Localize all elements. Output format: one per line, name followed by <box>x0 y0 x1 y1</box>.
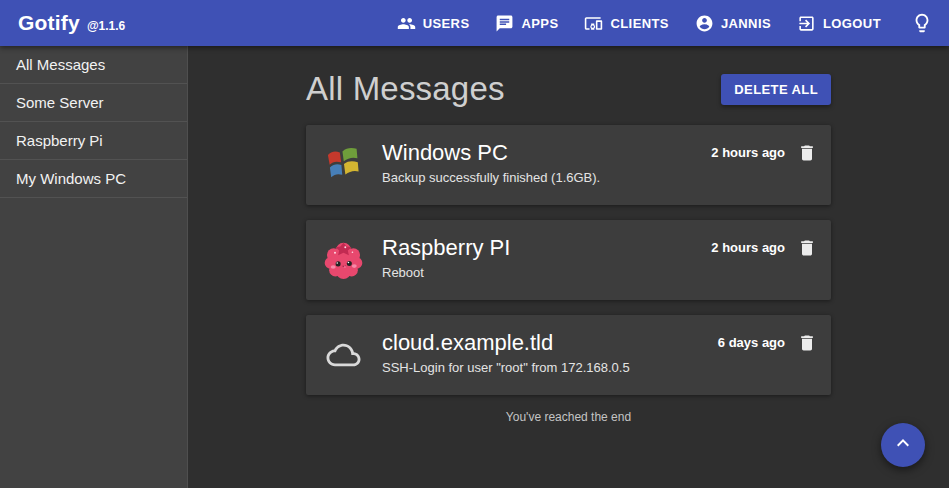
message-text: Windows PC Backup successfully finished … <box>382 139 711 186</box>
nav-apps[interactable]: APPS <box>495 14 558 33</box>
sidebar-item-my-windows-pc[interactable]: My Windows PC <box>0 160 187 198</box>
brand-name: Gotify <box>18 11 80 35</box>
message-card-windows-pc: Windows PC Backup successfully finished … <box>306 125 831 205</box>
message-text: cloud.example.tld SSH-Login for user "ro… <box>382 329 718 376</box>
main-content: All Messages DELETE ALL Windows PC Backu… <box>188 46 949 488</box>
nav-logout-label: LOGOUT <box>823 16 881 31</box>
message-meta: 2 hours ago <box>711 143 817 163</box>
page-title: All Messages <box>306 70 505 108</box>
windows-logo-icon <box>322 142 365 185</box>
message-body: SSH-Login for user "root" from 172.168.0… <box>382 360 718 376</box>
sidebar-item-raspberry-pi[interactable]: Raspberry Pi <box>0 122 187 160</box>
raspberry-logo-icon <box>322 237 365 280</box>
nav-users-label: USERS <box>423 16 470 31</box>
account-circle-icon <box>695 14 714 33</box>
message-title: Raspberry PI <box>382 235 711 261</box>
sidebar-item-some-server[interactable]: Some Server <box>0 84 187 122</box>
message-card-cloud: cloud.example.tld SSH-Login for user "ro… <box>306 315 831 395</box>
app-header: Gotify @1.1.6 USERS APPS CLIENTS JANNIS … <box>0 0 949 46</box>
clients-icon <box>584 14 603 33</box>
delete-message-button[interactable] <box>797 143 817 163</box>
nav-clients-label: CLIENTS <box>610 16 668 31</box>
nav-clients[interactable]: CLIENTS <box>584 14 668 33</box>
message-timestamp: 2 hours ago <box>711 145 785 160</box>
lightbulb-icon <box>911 12 933 34</box>
chevron-up-icon <box>891 431 915 459</box>
content-header: All Messages DELETE ALL <box>306 70 831 108</box>
message-body: Backup successfully finished (1.6GB). <box>382 170 711 186</box>
brand-version: @1.1.6 <box>87 19 125 33</box>
message-title: cloud.example.tld <box>382 330 718 356</box>
delete-all-button[interactable]: DELETE ALL <box>721 74 831 105</box>
delete-message-button[interactable] <box>797 238 817 258</box>
sidebar: All Messages Some Server Raspberry Pi My… <box>0 46 188 488</box>
logout-icon <box>797 14 816 33</box>
scroll-to-top-button[interactable] <box>881 423 925 467</box>
theme-toggle-button[interactable] <box>911 12 933 34</box>
message-meta: 6 days ago <box>718 333 817 353</box>
message-card-raspberry-pi: Raspberry PI Reboot 2 hours ago <box>306 220 831 300</box>
delete-message-button[interactable] <box>797 333 817 353</box>
nav-user-account[interactable]: JANNIS <box>695 14 771 33</box>
header-nav: USERS APPS CLIENTS JANNIS LOGOUT <box>397 12 933 34</box>
nav-logout[interactable]: LOGOUT <box>797 14 881 33</box>
message-body: Reboot <box>382 265 711 281</box>
message-meta: 2 hours ago <box>711 238 817 258</box>
brand[interactable]: Gotify @1.1.6 <box>18 11 125 35</box>
users-icon <box>397 14 416 33</box>
message-timestamp: 2 hours ago <box>711 240 785 255</box>
sidebar-item-all-messages[interactable]: All Messages <box>0 46 187 84</box>
message-timestamp: 6 days ago <box>718 335 785 350</box>
apps-icon <box>495 14 514 33</box>
nav-user-label: JANNIS <box>721 16 771 31</box>
nav-users[interactable]: USERS <box>397 14 470 33</box>
cloud-icon <box>322 332 365 375</box>
end-of-list-text: You've reached the end <box>306 410 831 424</box>
message-text: Raspberry PI Reboot <box>382 234 711 281</box>
nav-apps-label: APPS <box>521 16 558 31</box>
message-title: Windows PC <box>382 140 711 166</box>
